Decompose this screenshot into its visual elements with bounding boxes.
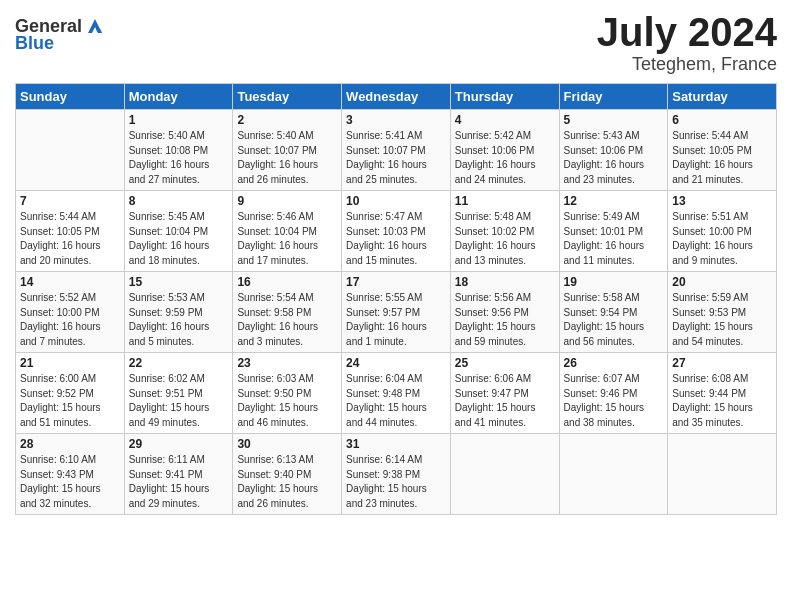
calendar-cell: 14Sunrise: 5:52 AM Sunset: 10:00 PM Dayl… (16, 272, 125, 353)
day-info: Sunrise: 5:52 AM Sunset: 10:00 PM Daylig… (20, 291, 120, 349)
day-info: Sunrise: 5:49 AM Sunset: 10:01 PM Daylig… (564, 210, 664, 268)
calendar-cell: 31Sunrise: 6:14 AM Sunset: 9:38 PM Dayli… (342, 434, 451, 515)
calendar-cell: 11Sunrise: 5:48 AM Sunset: 10:02 PM Dayl… (450, 191, 559, 272)
calendar-cell: 24Sunrise: 6:04 AM Sunset: 9:48 PM Dayli… (342, 353, 451, 434)
day-info: Sunrise: 6:03 AM Sunset: 9:50 PM Dayligh… (237, 372, 337, 430)
day-info: Sunrise: 5:43 AM Sunset: 10:06 PM Daylig… (564, 129, 664, 187)
day-number: 27 (672, 356, 772, 370)
calendar-cell (450, 434, 559, 515)
day-number: 28 (20, 437, 120, 451)
day-info: Sunrise: 5:48 AM Sunset: 10:02 PM Daylig… (455, 210, 555, 268)
day-info: Sunrise: 6:08 AM Sunset: 9:44 PM Dayligh… (672, 372, 772, 430)
day-info: Sunrise: 5:44 AM Sunset: 10:05 PM Daylig… (672, 129, 772, 187)
calendar-cell: 29Sunrise: 6:11 AM Sunset: 9:41 PM Dayli… (124, 434, 233, 515)
calendar-cell: 18Sunrise: 5:56 AM Sunset: 9:56 PM Dayli… (450, 272, 559, 353)
day-number: 12 (564, 194, 664, 208)
day-number: 14 (20, 275, 120, 289)
day-info: Sunrise: 5:44 AM Sunset: 10:05 PM Daylig… (20, 210, 120, 268)
day-info: Sunrise: 5:40 AM Sunset: 10:08 PM Daylig… (129, 129, 229, 187)
day-info: Sunrise: 5:58 AM Sunset: 9:54 PM Dayligh… (564, 291, 664, 349)
month-title: July 2024 (597, 10, 777, 54)
day-number: 10 (346, 194, 446, 208)
calendar-cell: 13Sunrise: 5:51 AM Sunset: 10:00 PM Dayl… (668, 191, 777, 272)
calendar-cell: 4Sunrise: 5:42 AM Sunset: 10:06 PM Dayli… (450, 110, 559, 191)
weekday-header-saturday: Saturday (668, 84, 777, 110)
calendar-cell: 6Sunrise: 5:44 AM Sunset: 10:05 PM Dayli… (668, 110, 777, 191)
day-info: Sunrise: 5:41 AM Sunset: 10:07 PM Daylig… (346, 129, 446, 187)
day-number: 18 (455, 275, 555, 289)
week-row-5: 28Sunrise: 6:10 AM Sunset: 9:43 PM Dayli… (16, 434, 777, 515)
calendar-cell: 30Sunrise: 6:13 AM Sunset: 9:40 PM Dayli… (233, 434, 342, 515)
day-number: 21 (20, 356, 120, 370)
calendar-cell: 26Sunrise: 6:07 AM Sunset: 9:46 PM Dayli… (559, 353, 668, 434)
logo-icon (84, 15, 106, 37)
location-title: Teteghem, France (597, 54, 777, 75)
weekday-header-tuesday: Tuesday (233, 84, 342, 110)
day-number: 1 (129, 113, 229, 127)
calendar-cell: 17Sunrise: 5:55 AM Sunset: 9:57 PM Dayli… (342, 272, 451, 353)
calendar-cell: 1Sunrise: 5:40 AM Sunset: 10:08 PM Dayli… (124, 110, 233, 191)
day-number: 23 (237, 356, 337, 370)
calendar-cell: 25Sunrise: 6:06 AM Sunset: 9:47 PM Dayli… (450, 353, 559, 434)
calendar-cell: 23Sunrise: 6:03 AM Sunset: 9:50 PM Dayli… (233, 353, 342, 434)
day-info: Sunrise: 6:07 AM Sunset: 9:46 PM Dayligh… (564, 372, 664, 430)
day-info: Sunrise: 6:04 AM Sunset: 9:48 PM Dayligh… (346, 372, 446, 430)
weekday-header-monday: Monday (124, 84, 233, 110)
week-row-4: 21Sunrise: 6:00 AM Sunset: 9:52 PM Dayli… (16, 353, 777, 434)
day-number: 30 (237, 437, 337, 451)
calendar-cell: 19Sunrise: 5:58 AM Sunset: 9:54 PM Dayli… (559, 272, 668, 353)
calendar-cell: 22Sunrise: 6:02 AM Sunset: 9:51 PM Dayli… (124, 353, 233, 434)
day-number: 17 (346, 275, 446, 289)
day-number: 16 (237, 275, 337, 289)
calendar-cell: 16Sunrise: 5:54 AM Sunset: 9:58 PM Dayli… (233, 272, 342, 353)
day-number: 24 (346, 356, 446, 370)
day-info: Sunrise: 6:00 AM Sunset: 9:52 PM Dayligh… (20, 372, 120, 430)
weekday-header-friday: Friday (559, 84, 668, 110)
day-info: Sunrise: 5:40 AM Sunset: 10:07 PM Daylig… (237, 129, 337, 187)
day-info: Sunrise: 6:11 AM Sunset: 9:41 PM Dayligh… (129, 453, 229, 511)
day-info: Sunrise: 6:13 AM Sunset: 9:40 PM Dayligh… (237, 453, 337, 511)
day-info: Sunrise: 5:51 AM Sunset: 10:00 PM Daylig… (672, 210, 772, 268)
day-number: 31 (346, 437, 446, 451)
calendar-cell: 27Sunrise: 6:08 AM Sunset: 9:44 PM Dayli… (668, 353, 777, 434)
day-number: 9 (237, 194, 337, 208)
calendar-cell: 3Sunrise: 5:41 AM Sunset: 10:07 PM Dayli… (342, 110, 451, 191)
calendar-cell: 20Sunrise: 5:59 AM Sunset: 9:53 PM Dayli… (668, 272, 777, 353)
day-info: Sunrise: 5:45 AM Sunset: 10:04 PM Daylig… (129, 210, 229, 268)
weekday-header-wednesday: Wednesday (342, 84, 451, 110)
day-info: Sunrise: 5:53 AM Sunset: 9:59 PM Dayligh… (129, 291, 229, 349)
calendar-cell (16, 110, 125, 191)
day-number: 29 (129, 437, 229, 451)
logo-blue-text: Blue (15, 33, 54, 54)
day-info: Sunrise: 5:42 AM Sunset: 10:06 PM Daylig… (455, 129, 555, 187)
day-number: 6 (672, 113, 772, 127)
weekday-header-thursday: Thursday (450, 84, 559, 110)
day-number: 2 (237, 113, 337, 127)
day-number: 3 (346, 113, 446, 127)
calendar-cell: 2Sunrise: 5:40 AM Sunset: 10:07 PM Dayli… (233, 110, 342, 191)
day-number: 19 (564, 275, 664, 289)
calendar-cell: 10Sunrise: 5:47 AM Sunset: 10:03 PM Dayl… (342, 191, 451, 272)
calendar-cell: 8Sunrise: 5:45 AM Sunset: 10:04 PM Dayli… (124, 191, 233, 272)
day-info: Sunrise: 5:55 AM Sunset: 9:57 PM Dayligh… (346, 291, 446, 349)
day-info: Sunrise: 6:10 AM Sunset: 9:43 PM Dayligh… (20, 453, 120, 511)
day-number: 7 (20, 194, 120, 208)
calendar-cell (668, 434, 777, 515)
day-number: 4 (455, 113, 555, 127)
page-container: General Blue July 2024 Teteghem, France … (0, 0, 792, 525)
header: General Blue July 2024 Teteghem, France (15, 10, 777, 75)
day-number: 22 (129, 356, 229, 370)
day-number: 20 (672, 275, 772, 289)
week-row-2: 7Sunrise: 5:44 AM Sunset: 10:05 PM Dayli… (16, 191, 777, 272)
day-info: Sunrise: 5:54 AM Sunset: 9:58 PM Dayligh… (237, 291, 337, 349)
day-number: 11 (455, 194, 555, 208)
day-info: Sunrise: 5:46 AM Sunset: 10:04 PM Daylig… (237, 210, 337, 268)
day-number: 5 (564, 113, 664, 127)
calendar-cell: 21Sunrise: 6:00 AM Sunset: 9:52 PM Dayli… (16, 353, 125, 434)
calendar-cell: 12Sunrise: 5:49 AM Sunset: 10:01 PM Dayl… (559, 191, 668, 272)
day-number: 25 (455, 356, 555, 370)
day-info: Sunrise: 6:06 AM Sunset: 9:47 PM Dayligh… (455, 372, 555, 430)
day-info: Sunrise: 5:59 AM Sunset: 9:53 PM Dayligh… (672, 291, 772, 349)
title-block: July 2024 Teteghem, France (597, 10, 777, 75)
calendar-cell: 9Sunrise: 5:46 AM Sunset: 10:04 PM Dayli… (233, 191, 342, 272)
